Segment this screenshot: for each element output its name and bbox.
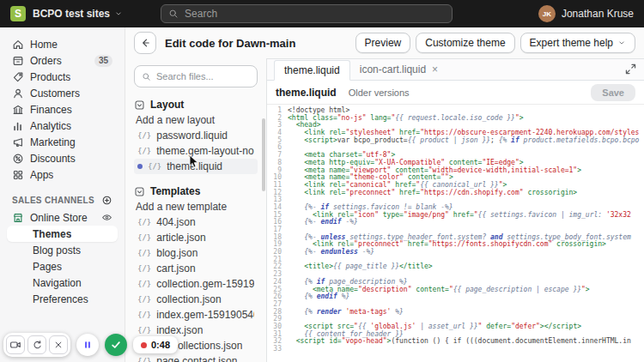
sidebar-item-themes[interactable]: Themes [7,226,118,242]
sidebar-item-label: Home [30,39,58,51]
expand-editor-button[interactable] [624,63,637,75]
section-title: Templates [150,185,200,197]
shopify-logo-icon[interactable]: S [10,6,26,21]
tab-theme-liquid[interactable]: theme.liquid [274,60,350,81]
older-versions-link[interactable]: Older versions [349,87,410,98]
file-theme-gem-layout-none-liqu[interactable]: {/}theme.gem-layout-none.liqu [134,143,258,159]
close-icon [53,340,64,350]
sidebar-item-label: Navigation [33,277,82,289]
cancel-recording-button[interactable] [49,335,68,354]
code-editor: theme.liquidicon-cart.liquid× theme.liqu… [266,58,644,362]
sidebar-item-label: Apps [30,169,53,181]
expert-theme-help-button[interactable]: Expert theme help [520,33,635,53]
collapse-section-icon [134,186,145,197]
user-menu[interactable]: JK Jonathan Kruse [538,5,634,22]
add-layout-link[interactable]: Add a new layout [134,112,258,128]
file-article-json[interactable]: {/}article.json [134,230,258,245]
avatar: JK [538,5,556,22]
file-name: index.gem-1591905401-tem [156,309,254,321]
add-templates-link[interactable]: Add a new template [134,199,258,214]
sidebar-item-blog-posts[interactable]: Blog posts [7,242,118,258]
global-search[interactable] [161,4,453,23]
camera-button[interactable] [6,335,25,354]
save-button[interactable]: Save [591,84,635,101]
customize-theme-button[interactable]: Customize theme [416,33,514,53]
line-number: 33 [267,346,288,353]
file-name: blog.json [156,247,197,259]
tab-icon-cart-liquid[interactable]: icon-cart.liquid× [350,59,447,80]
orders-count-badge: 35 [94,55,112,67]
sidebar-item-analytics[interactable]: Analytics [7,118,118,134]
finish-recording-button[interactable] [105,334,127,356]
add-sales-channel-button[interactable] [101,195,112,206]
file-collection-json[interactable]: {/}collection.json [134,292,258,307]
tab-label: icon-cart.liquid [360,63,426,75]
code-area[interactable]: 1<!doctype html>2<html class="no-js" lan… [267,105,644,362]
file-icon: {/} [137,233,151,242]
code-line: 28 {% render 'meta-tags' %} [267,309,644,317]
button-label: Preview [365,37,402,49]
marketing-icon [12,136,24,148]
file-name: theme.liquid [167,160,222,172]
sidebar-item-products[interactable]: Products [7,69,118,85]
global-search-input[interactable] [185,8,445,20]
preview-button[interactable]: Preview [355,33,411,53]
search-files-field[interactable] [134,65,258,87]
restart-icon [32,340,43,351]
file-list-scrollbar[interactable] [262,118,265,191]
file-blog-json[interactable]: {/}blog.json [134,245,258,261]
store-name: BCPO test sites [33,8,110,20]
file-collection-gem-1591905405[interactable]: {/}collection.gem-1591905405 [134,276,258,292]
restart-recording-button[interactable] [27,335,46,354]
file-sections: LayoutAdd a new layout{/}password.liquid… [134,99,258,362]
store-switcher[interactable]: BCPO test sites [33,8,123,20]
sidebar-item-marketing[interactable]: Marketing [7,134,118,150]
customers-icon [12,87,24,100]
file-name: collection.gem-1591905405 [156,278,254,290]
recording-dot-icon [141,342,147,348]
sidebar-item-apps[interactable]: Apps [7,166,118,183]
sidebar-item-label: Discounts [30,153,76,165]
sales-channels-header: SALES CHANNELS [12,195,112,206]
close-tab-icon[interactable]: × [432,64,438,75]
file-password-liquid[interactable]: {/}password.liquid [134,128,258,143]
sidebar-item-customers[interactable]: Customers [7,85,118,101]
sidebar-item-finances[interactable]: Finances [7,101,118,118]
chevron-down-icon [617,39,626,47]
section-title: Layout [150,99,184,111]
pause-recording-button[interactable] [76,334,99,356]
file-cart-json[interactable]: {/}cart.json [134,261,258,276]
file-name: collection.json [156,293,221,305]
sidebar-item-navigation[interactable]: Navigation [7,275,118,291]
sidebar-item-label: Marketing [30,136,76,148]
button-label: Expert theme help [530,37,613,49]
view-store-eye-icon[interactable] [101,212,112,223]
sidebar-item-online-store[interactable]: Online Store [7,209,118,226]
file-name: theme.gem-layout-none.liqu [156,145,254,157]
button-label: Customize theme [425,37,505,49]
file-theme-liquid[interactable]: {/}theme.liquid [134,159,258,174]
sidebar-nav: HomeOrders35ProductsCustomersFinancesAna… [7,36,118,183]
code-line: 33 [267,346,644,353]
file-icon: {/} [137,249,151,257]
discounts-icon [12,153,24,165]
recorder-toolbar [3,333,70,357]
file-404-json[interactable]: {/}404.json [134,214,258,230]
file-browser: LayoutAdd a new layout{/}password.liquid… [125,58,266,362]
file-name: password.liquid [156,130,228,142]
sidebar-item-discounts[interactable]: Discounts [7,150,118,166]
orders-icon [12,55,24,67]
sidebar-item-label: Products [30,71,70,83]
back-button[interactable] [134,32,156,54]
sidebar-item-preferences[interactable]: Preferences [7,291,118,307]
search-files-input[interactable] [156,71,250,81]
recording-timer: 0:48 [133,336,178,353]
section-templates[interactable]: Templates [134,185,258,197]
sidebar-item-home[interactable]: Home [7,36,118,52]
file-name: cart.json [156,262,195,275]
file-index-gem-1591905401-tem[interactable]: {/}index.gem-1591905401-tem [134,307,258,323]
sidebar-item-orders[interactable]: Orders35 [7,52,118,69]
file-name: article.json [156,232,205,244]
section-layout[interactable]: Layout [134,99,258,111]
sidebar-item-pages[interactable]: Pages [7,258,118,275]
